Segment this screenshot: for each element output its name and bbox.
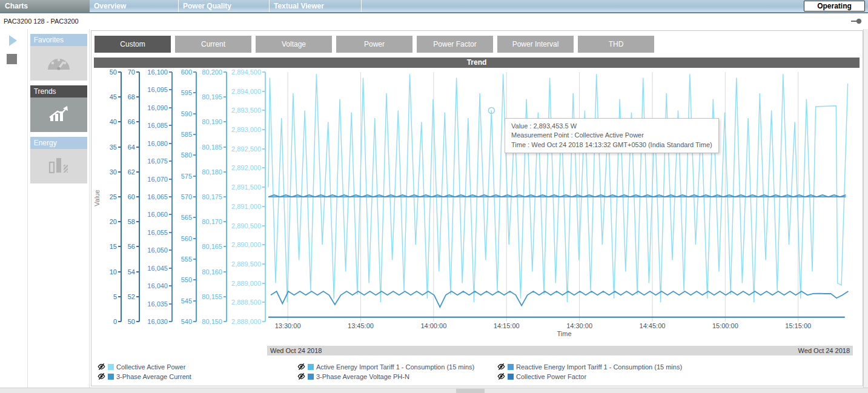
axis-tick-label: 80,170 <box>202 218 227 225</box>
gauge-icon <box>46 54 71 73</box>
device-title: PAC3200 128 - PAC3200 <box>4 18 79 25</box>
trend-plot-svg[interactable] <box>267 72 860 322</box>
energy-bars-icon <box>48 157 69 176</box>
top-menu-bar: Charts OverviewPower QualityTextual View… <box>0 0 868 13</box>
x-axis-tick-label: 14:15:00 <box>494 322 520 329</box>
chart-content-panel: CustomCurrentVoltagePowerPower FactorPow… <box>91 30 863 386</box>
legend-item-3-phase-average-current[interactable]: 3-Phase Average Current <box>98 372 297 381</box>
chart-tab-power-factor[interactable]: Power Factor <box>417 36 493 53</box>
legend-item-collective-active-power[interactable]: Collective Active Power <box>98 362 297 372</box>
legend-color-swatch <box>508 374 514 380</box>
axis-tick-label: 585 <box>181 131 196 138</box>
visibility-toggle-icon[interactable] <box>297 372 305 381</box>
axis-tick-label: 60 <box>128 193 139 200</box>
legend-item-collective-power-factor[interactable]: Collective Power Factor <box>497 372 697 381</box>
legend-label: 3-Phase Average Voltage PH-N <box>316 373 409 380</box>
visibility-toggle-icon[interactable] <box>98 363 105 372</box>
vertical-scrollbar-track[interactable] <box>863 29 868 388</box>
axis-tick-label: 0 <box>113 318 121 325</box>
axis-tick-label: 2,889,500 <box>231 260 265 268</box>
visibility-toggle-icon[interactable] <box>497 372 505 381</box>
menu-item-overview[interactable]: Overview <box>90 0 179 12</box>
axis-tick-label: 80,200 <box>202 68 227 76</box>
menu-item-power-quality[interactable]: Power Quality <box>179 0 270 12</box>
expand-sidebar-icon[interactable] <box>9 35 17 46</box>
operating-status-button[interactable]: Operating <box>804 1 865 12</box>
axis-tick-label: 580 <box>181 151 196 159</box>
trend-chart: Value 5045403530252015105070686664626058… <box>94 72 861 339</box>
trend-panel-title: Trend <box>94 58 860 68</box>
axis-tick-label: 52 <box>128 293 139 300</box>
legend-item-reactive-energy-import-tariff-1-consumption-15-mins[interactable]: Reactive Energy Import Tariff 1 - Consum… <box>497 362 697 372</box>
legend-color-swatch <box>108 364 114 370</box>
legend-color-swatch <box>308 364 314 370</box>
chart-tab-power[interactable]: Power <box>336 36 412 53</box>
legend-color-swatch <box>108 374 114 380</box>
pin-icon[interactable] <box>851 18 862 25</box>
sidebar-item-favorites[interactable]: Favorites <box>30 34 87 81</box>
axis-tick-label: 80,185 <box>202 144 227 151</box>
axis-tick-label: 16,070 <box>147 176 172 183</box>
axis-tick-label: 16,065 <box>147 193 172 200</box>
axis-tick-label: 16,040 <box>147 282 172 289</box>
axis-tick-label: 540 <box>181 318 196 325</box>
axis-tick-label: 2,891,000 <box>231 203 265 210</box>
axis-tick-label: 16,100 <box>147 68 172 76</box>
axis-tick-label: 2,889,000 <box>231 280 265 287</box>
rail-square-button[interactable] <box>7 54 17 64</box>
axis-tick-label: 2,890,500 <box>231 222 265 230</box>
legend-item-active-energy-import-tariff-1-consumption-15-mins[interactable]: Active Energy Import Tariff 1 - Consumpt… <box>297 362 497 372</box>
chart-tab-current[interactable]: Current <box>175 36 251 53</box>
sidebar: Favorites Trends <box>28 29 90 388</box>
menu-item-textual-viewer[interactable]: Textual Viewer <box>270 0 362 12</box>
horizontal-scrollbar-track[interactable] <box>0 388 868 393</box>
axis-tick-label: 550 <box>181 276 196 283</box>
legend-label: Active Energy Import Tariff 1 - Consumpt… <box>316 363 474 371</box>
axis-tick-label: 600 <box>181 68 196 76</box>
sidebar-favorites-header: Favorites <box>30 34 87 46</box>
x-axis-tick-label: 14:00:00 <box>420 322 446 329</box>
y-axis-active-energy-axis: 16,10016,09516,09016,08516,08016,07516,0… <box>141 72 173 322</box>
axis-tick-label: 35 <box>110 144 121 151</box>
y-axes: 5045403530252015105070686664626058565452… <box>104 72 267 322</box>
horizontal-scrollbar-thumb[interactable] <box>456 389 485 393</box>
axis-tick-label: 560 <box>181 235 196 242</box>
axis-tick-label: 54 <box>128 268 139 276</box>
axis-tick-label: 16,085 <box>147 122 172 129</box>
x-axis-tick-label: 14:30:00 <box>566 322 592 329</box>
y-axis-title: Value <box>94 72 104 339</box>
y-axis-current-power-factor-axis: 50454035302520151050 <box>104 72 122 322</box>
axis-tick-label: 62 <box>128 168 139 176</box>
visibility-toggle-icon[interactable] <box>98 372 105 381</box>
visibility-toggle-icon[interactable] <box>297 363 305 372</box>
axis-tick-label: 545 <box>181 297 196 305</box>
legend-column: Reactive Energy Import Tariff 1 - Consum… <box>497 362 697 381</box>
x-axis-ticks: 13:30:0013:45:0014:00:0014:15:0014:30:00… <box>267 322 861 330</box>
chart-tab-power-interval[interactable]: Power Interval <box>497 36 574 53</box>
tab-charts[interactable]: Charts <box>0 0 90 12</box>
chart-tab-thd[interactable]: THD <box>578 36 654 53</box>
data-point-tooltip: Value : 2,893,453.5 W Measurement Point … <box>505 118 719 153</box>
sidebar-item-energy[interactable]: Energy <box>30 137 87 183</box>
chart-tab-custom[interactable]: Custom <box>94 36 171 53</box>
plot-area[interactable]: Value : 2,893,453.5 W Measurement Point … <box>267 72 860 322</box>
sidebar-item-trends[interactable]: Trends <box>30 85 87 132</box>
axis-tick-label: 16,035 <box>147 300 172 308</box>
left-rail <box>0 29 28 388</box>
axis-tick-label: 68 <box>128 93 139 101</box>
legend-item-3-phase-average-voltage-ph-n[interactable]: 3-Phase Average Voltage PH-N <box>297 372 497 381</box>
y-axis-reactive-energy-axis: 80,20080,19580,19080,18580,18080,17580,1… <box>198 72 227 322</box>
tooltip-measurement-point: Measurement Point : Collective Active Po… <box>511 131 712 140</box>
x-axis-tick-label: 15:15:00 <box>785 322 811 329</box>
axis-tick-label: 16,060 <box>147 211 172 218</box>
main-area: Favorites Trends <box>0 29 868 388</box>
axis-tick-label: 2,893,500 <box>231 107 265 114</box>
axis-tick-label: 2,893,000 <box>231 126 265 133</box>
legend-label: 3-Phase Average Current <box>116 373 191 380</box>
visibility-toggle-icon[interactable] <box>497 363 505 372</box>
chart-tab-voltage[interactable]: Voltage <box>256 36 332 53</box>
axis-tick-label: 575 <box>181 173 196 180</box>
date-range-bar[interactable]: Wed Oct 24 2018 Wed Oct 24 2018 <box>267 346 853 355</box>
axis-tick-label: 50 <box>110 68 121 76</box>
x-axis-tick-label: 13:30:00 <box>275 322 301 329</box>
